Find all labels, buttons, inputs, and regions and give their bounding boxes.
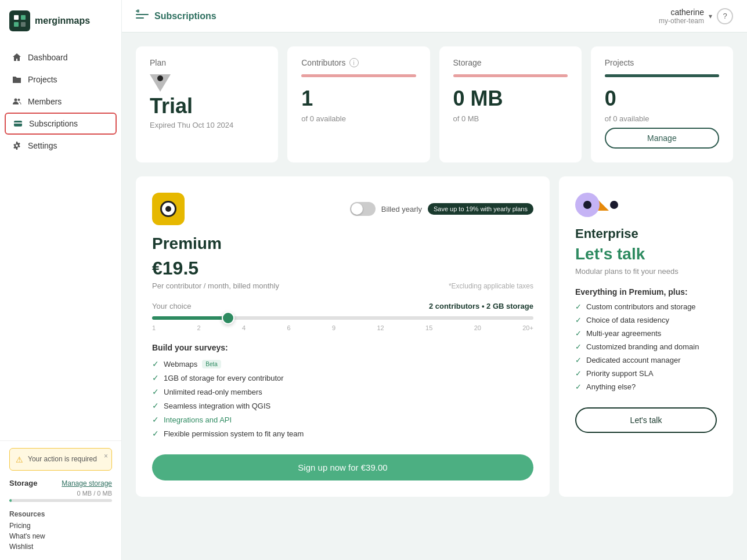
premium-price: €19.5 <box>152 258 533 279</box>
help-button[interactable]: ? <box>717 8 733 24</box>
beta-badge-webmaps: Beta <box>202 360 221 368</box>
sidebar-navigation: Dashboard Projects Members Subscriptions… <box>0 42 121 440</box>
plan-card-title: Plan <box>150 58 264 67</box>
svg-rect-8 <box>14 122 22 124</box>
ent-feature-6: ✓ Anything else? <box>575 382 717 391</box>
projects-manage-button[interactable]: Manage <box>605 128 719 149</box>
slider-label-9: 20+ <box>522 324 533 331</box>
feature-text-qgis: Seamless integration with QGIS <box>164 402 270 410</box>
sidebar-item-settings[interactable]: Settings <box>0 135 121 157</box>
slider-labels: 1 2 4 6 9 12 15 20 20+ <box>152 324 533 331</box>
slider-fill <box>152 316 228 320</box>
sidebar-logo[interactable]: merginmaps <box>0 0 121 42</box>
manage-storage-link[interactable]: Manage storage <box>62 479 112 487</box>
storage-stat-value: 0 MB <box>453 86 568 111</box>
ent-feature-3: ✓ Customized branding and domain <box>575 342 717 351</box>
sidebar-item-members[interactable]: Members <box>0 91 121 113</box>
enterprise-sub: Modular plans to fit your needs <box>575 267 717 276</box>
contributors-info-icon[interactable]: i <box>349 58 359 67</box>
check-icon-readonly: ✓ <box>152 387 159 396</box>
ent-feature-4: ✓ Dedicated account manager <box>575 356 717 364</box>
premium-card: Billed yearly Save up to 19% with yearly… <box>136 176 550 497</box>
folder-icon <box>12 74 22 85</box>
users-icon <box>12 96 22 107</box>
sidebar-label-settings: Settings <box>28 141 57 150</box>
svg-rect-11 <box>136 17 144 19</box>
topbar: Subscriptions catherine my-other-team ▾ … <box>122 0 747 32</box>
storage-stat-title: Storage <box>453 58 568 67</box>
sidebar-label-projects: Projects <box>28 75 57 84</box>
feature-text-api[interactable]: Integrations and API <box>164 416 232 424</box>
sidebar-item-subscriptions[interactable]: Subscriptions <box>5 113 117 135</box>
user-dropdown-chevron[interactable]: ▾ <box>709 12 712 20</box>
feature-permissions: ✓ Flexible permission system to fit any … <box>152 429 533 438</box>
check-icon-webmaps: ✓ <box>152 359 159 368</box>
ent-check-1: ✓ <box>575 316 582 324</box>
slider-label-8: 20 <box>474 324 481 331</box>
svg-point-6 <box>18 99 20 101</box>
check-icon-permissions: ✓ <box>152 429 159 438</box>
ent-feature-text-4: Dedicated account manager <box>586 356 681 364</box>
feature-storage: ✓ 1GB of storage for every contributor <box>152 373 533 382</box>
sidebar: merginmaps Dashboard Projects Members Su… <box>0 0 122 560</box>
feature-readonly: ✓ Unlimited read-only members <box>152 387 533 396</box>
enterprise-dot <box>610 201 618 209</box>
enterprise-icon-right <box>597 199 618 211</box>
check-icon-qgis: ✓ <box>152 401 159 410</box>
ent-feature-1: ✓ Choice of data residency <box>575 316 717 324</box>
svg-point-5 <box>15 99 17 102</box>
action-warning-close-button[interactable]: × <box>104 452 108 460</box>
projects-progress-bar <box>605 74 719 77</box>
storage-bar-fill <box>9 499 12 502</box>
enterprise-circle-icon <box>575 193 600 217</box>
ent-feature-text-6: Anything else? <box>586 382 636 391</box>
contributors-title: Contributors i <box>301 58 416 67</box>
resources-label: Resources <box>9 510 112 518</box>
sidebar-item-projects[interactable]: Projects <box>0 68 121 91</box>
resources-link-whatsnew[interactable]: What's new <box>9 532 112 540</box>
ent-check-5: ✓ <box>575 369 582 378</box>
storage-stat-sub: of 0 MB <box>453 114 568 123</box>
slider-label-3: 4 <box>242 324 246 331</box>
stats-row: Plan Trial Expired Thu Oct 10 2024 Contr… <box>136 46 733 162</box>
billing-yearly-toggle[interactable] <box>350 202 376 216</box>
enterprise-name: Enterprise <box>575 226 717 241</box>
enterprise-talk: Let's talk <box>575 245 717 263</box>
svg-rect-1 <box>14 15 19 20</box>
sidebar-item-dashboard[interactable]: Dashboard <box>0 46 121 68</box>
slider-label-6: 12 <box>377 324 384 331</box>
plan-icon <box>150 74 171 92</box>
user-info: catherine my-other-team <box>659 8 704 25</box>
ent-feature-2: ✓ Multi-year agreements <box>575 329 717 338</box>
sidebar-label-dashboard: Dashboard <box>28 53 68 62</box>
contributors-value: 1 <box>301 86 416 111</box>
slider-label-5: 9 <box>332 324 335 331</box>
ent-feature-0: ✓ Custom contributors and storage <box>575 302 717 311</box>
user-team: my-other-team <box>659 17 704 25</box>
enterprise-logo <box>575 193 717 217</box>
contributors-progress-bar <box>301 74 416 77</box>
storage-value: 0 MB / 0 MB <box>9 490 112 497</box>
premium-price-note: Per contributor / month, billed monthly … <box>152 281 533 290</box>
resources-link-wishlist[interactable]: Wishlist <box>9 543 112 551</box>
ent-check-6: ✓ <box>575 382 582 391</box>
feature-webmaps: ✓ Webmaps Beta <box>152 359 533 368</box>
ent-check-3: ✓ <box>575 342 582 351</box>
slider-info: Your choice 2 contributors • 2 GB storag… <box>152 302 533 310</box>
page-content: Plan Trial Expired Thu Oct 10 2024 Contr… <box>122 32 747 511</box>
ent-feature-text-0: Custom contributors and storage <box>586 302 696 311</box>
resources-link-pricing[interactable]: Pricing <box>9 522 112 530</box>
topbar-title: Subscriptions <box>154 11 216 21</box>
billing-label: Billed yearly <box>381 205 422 214</box>
slider-label-1: 1 <box>152 324 156 331</box>
slider-thumb[interactable] <box>222 312 234 324</box>
signup-button[interactable]: Sign up now for €39.00 <box>152 454 533 480</box>
lets-talk-button[interactable]: Let's talk <box>575 407 717 433</box>
user-name: catherine <box>659 8 704 17</box>
bottom-row: Billed yearly Save up to 19% with yearly… <box>136 176 733 497</box>
plan-card: Plan Trial Expired Thu Oct 10 2024 <box>136 46 278 162</box>
slider-container <box>152 316 533 320</box>
feature-api: ✓ Integrations and API <box>152 415 533 424</box>
credit-card-icon <box>13 118 23 129</box>
projects-sub: of 0 available <box>605 114 719 123</box>
